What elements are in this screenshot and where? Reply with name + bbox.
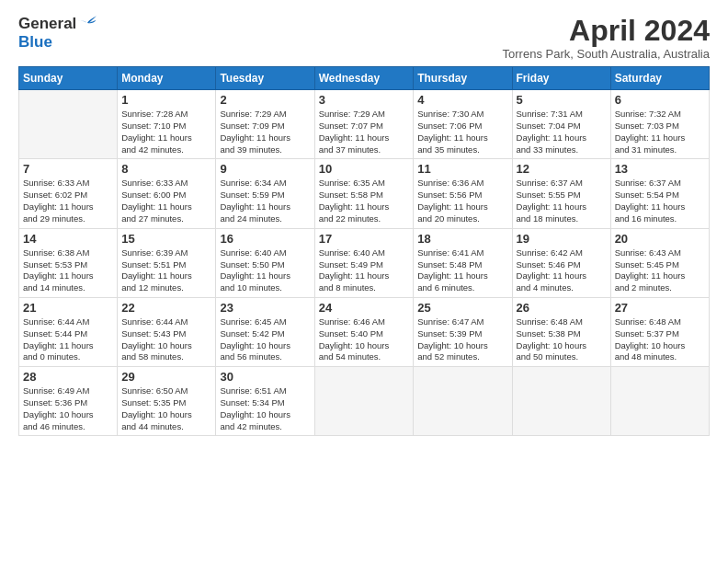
logo-bird-icon bbox=[78, 16, 97, 30]
day-info: Sunrise: 7:32 AM Sunset: 7:03 PM Dayligh… bbox=[615, 109, 705, 155]
day-number: 19 bbox=[517, 232, 607, 246]
calendar-cell: 4Sunrise: 7:30 AM Sunset: 7:06 PM Daylig… bbox=[414, 90, 512, 159]
day-number: 6 bbox=[615, 93, 705, 107]
week-row-3: 14Sunrise: 6:38 AM Sunset: 5:53 PM Dayli… bbox=[19, 228, 710, 297]
day-number: 13 bbox=[615, 162, 705, 176]
calendar-cell: 9Sunrise: 6:34 AM Sunset: 5:59 PM Daylig… bbox=[216, 159, 314, 228]
day-number: 10 bbox=[319, 162, 410, 176]
calendar-cell: 19Sunrise: 6:42 AM Sunset: 5:46 PM Dayli… bbox=[512, 228, 610, 297]
logo-blue: Blue bbox=[18, 33, 97, 52]
day-number: 30 bbox=[220, 370, 310, 384]
header-row: Sunday Monday Tuesday Wednesday Thursday… bbox=[19, 67, 710, 90]
day-number: 20 bbox=[615, 232, 705, 246]
day-info: Sunrise: 6:38 AM Sunset: 5:53 PM Dayligh… bbox=[23, 247, 113, 294]
day-info: Sunrise: 6:35 AM Sunset: 5:58 PM Dayligh… bbox=[319, 178, 410, 224]
day-number: 24 bbox=[319, 301, 410, 315]
calendar-cell: 26Sunrise: 6:48 AM Sunset: 5:38 PM Dayli… bbox=[512, 297, 610, 366]
day-info: Sunrise: 6:48 AM Sunset: 5:38 PM Dayligh… bbox=[517, 316, 607, 363]
calendar-table: Sunday Monday Tuesday Wednesday Thursday… bbox=[18, 66, 710, 436]
day-info: Sunrise: 6:50 AM Sunset: 5:35 PM Dayligh… bbox=[121, 385, 211, 432]
calendar-cell: 12Sunrise: 6:37 AM Sunset: 5:55 PM Dayli… bbox=[512, 159, 610, 228]
week-row-2: 7Sunrise: 6:33 AM Sunset: 6:02 PM Daylig… bbox=[19, 159, 710, 228]
day-info: Sunrise: 7:30 AM Sunset: 7:06 PM Dayligh… bbox=[417, 109, 507, 155]
day-info: Sunrise: 6:46 AM Sunset: 5:40 PM Dayligh… bbox=[319, 316, 410, 363]
col-wednesday: Wednesday bbox=[314, 67, 414, 90]
calendar-cell: 21Sunrise: 6:44 AM Sunset: 5:44 PM Dayli… bbox=[19, 297, 118, 366]
calendar-cell: 16Sunrise: 6:40 AM Sunset: 5:50 PM Dayli… bbox=[216, 228, 314, 297]
calendar-cell: 30Sunrise: 6:51 AM Sunset: 5:34 PM Dayli… bbox=[216, 367, 314, 436]
calendar-cell bbox=[19, 90, 118, 159]
week-row-4: 21Sunrise: 6:44 AM Sunset: 5:44 PM Dayli… bbox=[19, 297, 710, 366]
calendar-cell: 22Sunrise: 6:44 AM Sunset: 5:43 PM Dayli… bbox=[118, 297, 216, 366]
logo-general: General bbox=[18, 15, 76, 33]
calendar-cell bbox=[610, 367, 709, 436]
calendar-cell: 14Sunrise: 6:38 AM Sunset: 5:53 PM Dayli… bbox=[19, 228, 118, 297]
col-thursday: Thursday bbox=[414, 67, 512, 90]
day-number: 2 bbox=[220, 93, 310, 107]
calendar-cell: 29Sunrise: 6:50 AM Sunset: 5:35 PM Dayli… bbox=[118, 367, 216, 436]
calendar-cell: 10Sunrise: 6:35 AM Sunset: 5:58 PM Dayli… bbox=[314, 159, 414, 228]
calendar-cell: 6Sunrise: 7:32 AM Sunset: 7:03 PM Daylig… bbox=[610, 90, 709, 159]
calendar-cell: 1Sunrise: 7:28 AM Sunset: 7:10 PM Daylig… bbox=[118, 90, 216, 159]
day-info: Sunrise: 6:33 AM Sunset: 6:00 PM Dayligh… bbox=[121, 178, 211, 224]
day-number: 22 bbox=[121, 301, 211, 315]
calendar-cell: 20Sunrise: 6:43 AM Sunset: 5:45 PM Dayli… bbox=[610, 228, 709, 297]
day-number: 8 bbox=[121, 162, 211, 176]
day-info: Sunrise: 6:44 AM Sunset: 5:44 PM Dayligh… bbox=[23, 316, 113, 363]
week-row-5: 28Sunrise: 6:49 AM Sunset: 5:36 PM Dayli… bbox=[19, 367, 710, 436]
calendar-cell: 15Sunrise: 6:39 AM Sunset: 5:51 PM Dayli… bbox=[118, 228, 216, 297]
day-info: Sunrise: 6:48 AM Sunset: 5:37 PM Dayligh… bbox=[615, 316, 705, 363]
day-number: 5 bbox=[517, 93, 607, 107]
day-info: Sunrise: 6:37 AM Sunset: 5:55 PM Dayligh… bbox=[517, 178, 607, 224]
calendar-cell: 2Sunrise: 7:29 AM Sunset: 7:09 PM Daylig… bbox=[216, 90, 314, 159]
week-row-1: 1Sunrise: 7:28 AM Sunset: 7:10 PM Daylig… bbox=[19, 90, 710, 159]
calendar-cell: 24Sunrise: 6:46 AM Sunset: 5:40 PM Dayli… bbox=[314, 297, 414, 366]
day-number: 4 bbox=[417, 93, 507, 107]
calendar-cell: 18Sunrise: 6:41 AM Sunset: 5:48 PM Dayli… bbox=[414, 228, 512, 297]
calendar-cell: 23Sunrise: 6:45 AM Sunset: 5:42 PM Dayli… bbox=[216, 297, 314, 366]
calendar-body: 1Sunrise: 7:28 AM Sunset: 7:10 PM Daylig… bbox=[19, 90, 710, 436]
day-number: 9 bbox=[220, 162, 310, 176]
day-number: 18 bbox=[417, 232, 507, 246]
day-info: Sunrise: 6:36 AM Sunset: 5:56 PM Dayligh… bbox=[417, 178, 507, 224]
location-subtitle: Torrens Park, South Australia, Australia bbox=[503, 47, 710, 61]
day-number: 29 bbox=[121, 370, 211, 384]
calendar-cell: 11Sunrise: 6:36 AM Sunset: 5:56 PM Dayli… bbox=[414, 159, 512, 228]
calendar-cell: 17Sunrise: 6:40 AM Sunset: 5:49 PM Dayli… bbox=[314, 228, 414, 297]
day-info: Sunrise: 6:43 AM Sunset: 5:45 PM Dayligh… bbox=[615, 247, 705, 294]
calendar-cell bbox=[314, 367, 414, 436]
calendar-cell: 3Sunrise: 7:29 AM Sunset: 7:07 PM Daylig… bbox=[314, 90, 414, 159]
day-number: 12 bbox=[517, 162, 607, 176]
day-number: 7 bbox=[23, 162, 113, 176]
logo: General Blue bbox=[18, 15, 97, 52]
day-info: Sunrise: 6:49 AM Sunset: 5:36 PM Dayligh… bbox=[23, 385, 113, 432]
calendar-cell: 27Sunrise: 6:48 AM Sunset: 5:37 PM Dayli… bbox=[610, 297, 709, 366]
calendar-cell: 8Sunrise: 6:33 AM Sunset: 6:00 PM Daylig… bbox=[118, 159, 216, 228]
day-info: Sunrise: 6:42 AM Sunset: 5:46 PM Dayligh… bbox=[517, 247, 607, 294]
day-number: 3 bbox=[319, 93, 410, 107]
month-title: April 2024 bbox=[503, 15, 710, 47]
col-tuesday: Tuesday bbox=[216, 67, 314, 90]
day-info: Sunrise: 6:41 AM Sunset: 5:48 PM Dayligh… bbox=[417, 247, 507, 294]
day-number: 14 bbox=[23, 232, 113, 246]
calendar-cell: 28Sunrise: 6:49 AM Sunset: 5:36 PM Dayli… bbox=[19, 367, 118, 436]
day-number: 21 bbox=[23, 301, 113, 315]
day-info: Sunrise: 6:34 AM Sunset: 5:59 PM Dayligh… bbox=[220, 178, 310, 224]
day-info: Sunrise: 6:40 AM Sunset: 5:49 PM Dayligh… bbox=[319, 247, 410, 294]
day-info: Sunrise: 7:29 AM Sunset: 7:07 PM Dayligh… bbox=[319, 109, 410, 155]
calendar-cell: 5Sunrise: 7:31 AM Sunset: 7:04 PM Daylig… bbox=[512, 90, 610, 159]
day-number: 11 bbox=[417, 162, 507, 176]
day-info: Sunrise: 6:44 AM Sunset: 5:43 PM Dayligh… bbox=[121, 316, 211, 363]
day-info: Sunrise: 7:28 AM Sunset: 7:10 PM Dayligh… bbox=[121, 109, 211, 155]
day-info: Sunrise: 6:37 AM Sunset: 5:54 PM Dayligh… bbox=[615, 178, 705, 224]
day-number: 16 bbox=[220, 232, 310, 246]
col-saturday: Saturday bbox=[610, 67, 709, 90]
day-number: 1 bbox=[121, 93, 211, 107]
day-info: Sunrise: 6:47 AM Sunset: 5:39 PM Dayligh… bbox=[417, 316, 507, 363]
title-block: April 2024 Torrens Park, South Australia… bbox=[503, 15, 710, 61]
day-number: 17 bbox=[319, 232, 410, 246]
calendar-cell bbox=[414, 367, 512, 436]
day-number: 25 bbox=[417, 301, 507, 315]
calendar-cell: 7Sunrise: 6:33 AM Sunset: 6:02 PM Daylig… bbox=[19, 159, 118, 228]
day-info: Sunrise: 6:51 AM Sunset: 5:34 PM Dayligh… bbox=[220, 385, 310, 432]
